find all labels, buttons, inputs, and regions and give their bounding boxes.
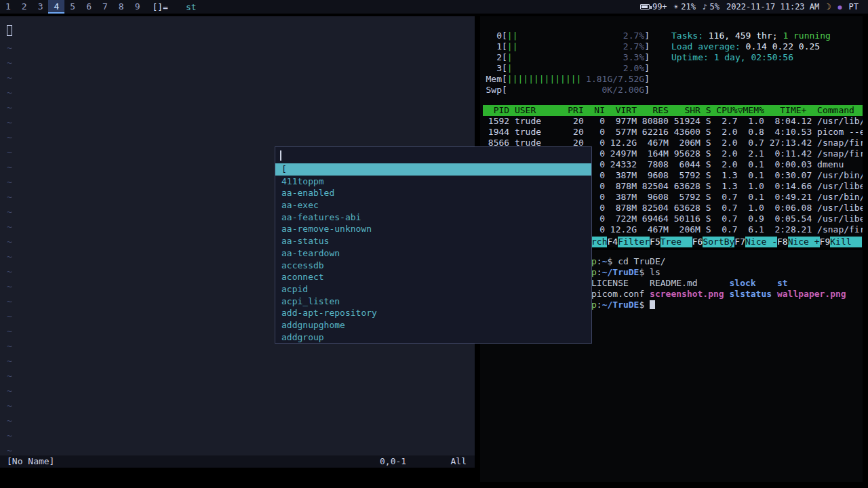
dmenu-item[interactable]: 411toppm <box>275 176 591 188</box>
fkey-f10-fragment[interactable]: F1 <box>862 237 863 247</box>
dmenu-item[interactable]: add-apt-repository <box>275 307 591 319</box>
file-readme: README.md <box>650 278 697 288</box>
dmenu-item[interactable]: aa-enabled <box>275 187 591 199</box>
prompt-separator: : <box>597 300 602 310</box>
dmenu-item[interactable]: aa-teardown <box>275 247 591 260</box>
keyboard-layout: PT <box>849 2 859 12</box>
process-table-header[interactable]: PID USER PRI NI VIRT RES SHR S CPU%▽MEM%… <box>483 105 863 116</box>
meter-label: 3 <box>484 63 502 74</box>
meter-bracket: [ <box>502 30 507 41</box>
vim-tilde-line: ~ <box>7 100 12 115</box>
meter-bracket: ] <box>644 85 650 96</box>
volume-status: ♪ 5% <box>703 2 719 12</box>
layout-indicator[interactable]: []= <box>152 2 167 12</box>
uptime-line: Uptime: 1 day, 02:50:56 <box>671 52 831 63</box>
meter-bracket: ] <box>644 63 650 74</box>
swap-meter: Swp[0K/2.00G] <box>484 85 650 96</box>
meter-value: 0K/2.00G <box>602 85 645 96</box>
fkey-f5[interactable]: F5 <box>650 237 660 247</box>
meter-label: 1 <box>484 41 502 52</box>
prompt-separator: : <box>597 267 602 277</box>
meter-bar: | <box>507 52 623 63</box>
fkey-f4[interactable]: F4 <box>607 237 618 247</box>
meter-value: 2.7% <box>623 41 644 52</box>
tag-6[interactable]: 6 <box>81 0 97 14</box>
vim-tilde-line: ~ <box>7 220 12 235</box>
process-row[interactable]: 1944 trude 20 0 577M 62216 43600 S 2.0 0… <box>483 127 863 138</box>
vim-tilde-line: ~ <box>7 354 12 369</box>
dmenu-item[interactable]: aa-exec <box>275 199 591 211</box>
dir-slstatus: slstatus <box>729 289 772 299</box>
dmenu-item[interactable]: addgroup <box>275 331 591 344</box>
tag-4-active[interactable]: 4 <box>48 0 64 14</box>
tag-3[interactable]: 3 <box>33 0 49 14</box>
tag-1[interactable]: 1 <box>0 0 16 14</box>
file-license: LICENSE <box>591 278 629 288</box>
process-row[interactable]: 1592 trude 20 0 977M 80880 51924 S 2.7 1… <box>483 116 863 127</box>
fkey-label-search-fragment[interactable]: rch <box>591 237 607 247</box>
meter-bar: || <box>507 41 623 52</box>
command-cd: cd TruDE/ <box>612 256 665 266</box>
tasks-line: Tasks: 116, 459 thr; 1 running <box>671 30 831 41</box>
fkey-f8[interactable]: F8 <box>777 237 788 247</box>
terminal-output: p:~$ cd TruDE/ p:~/TruDE$ ls LICENSEREAD… <box>591 256 846 310</box>
dmenu-item[interactable]: addgnupghome <box>275 319 591 331</box>
vim-tilde-line: ~ <box>7 85 12 100</box>
cpu-meter-2: 2[|3.3%] <box>484 52 650 63</box>
dmenu-item[interactable]: aa-remove-unknown <box>275 223 591 235</box>
vim-tilde-line: ~ <box>7 339 12 354</box>
meter-bar: || <box>507 30 623 41</box>
vim-tilde-line: ~ <box>7 384 12 399</box>
vim-tilde-line: ~ <box>7 145 12 160</box>
tag-7[interactable]: 7 <box>97 0 113 14</box>
tag-8[interactable]: 8 <box>113 0 130 14</box>
dmenu-item[interactable]: aa-features-abi <box>275 211 591 224</box>
load-line: Load average: 0.14 0.22 0.25 <box>671 41 831 52</box>
night-mode-icon: ☽ <box>826 2 831 12</box>
dmenu-item[interactable]: acpid <box>275 283 591 296</box>
vim-tilde-line: ~ <box>7 369 12 384</box>
dmenu-item[interactable]: acpi_listen <box>275 296 591 308</box>
meter-value: 3.3% <box>623 52 644 63</box>
tag-2[interactable]: 2 <box>16 0 33 14</box>
fkey-label-nice-minus[interactable]: Nice - <box>745 237 777 247</box>
brightness-level: 21% <box>681 2 696 12</box>
tag-9[interactable]: 9 <box>130 0 146 14</box>
dir-st: st <box>777 278 788 288</box>
vim-tilde-line: ~ <box>7 160 12 175</box>
meter-bar: |||||||||||||| <box>507 74 586 85</box>
fkey-f9[interactable]: F9 <box>820 237 831 247</box>
dmenu-item[interactable]: aa-status <box>275 235 591 247</box>
fkey-label-sortby[interactable]: SortBy <box>703 237 734 247</box>
cpu-meter-3: 3[|2.0%] <box>484 63 650 74</box>
vim-cursor <box>7 25 12 36</box>
dmenu-item-selected[interactable]: [ <box>275 163 591 176</box>
vim-tilde-line: ~ <box>7 279 12 294</box>
vim-tilde-line: ~ <box>7 190 12 205</box>
vim-tilde-line: ~ <box>7 264 12 279</box>
vim-tilde-line: ~ <box>7 399 12 413</box>
meter-bar <box>507 85 602 96</box>
uptime-value: 1 day, 02:50:56 <box>714 52 793 62</box>
vim-tilde-line: ~ <box>7 428 12 443</box>
meter-label: 2 <box>484 52 502 63</box>
load-value: 0.14 0.22 0.25 <box>746 41 821 52</box>
dmenu-item[interactable]: aconnect <box>275 271 591 283</box>
fkey-f6[interactable]: F6 <box>692 237 703 247</box>
fkey-label-kill[interactable]: Kill <box>830 237 862 247</box>
vim-tilde-line: ~ <box>7 249 12 264</box>
workspace-tags: 1 2 3 4 5 6 7 8 9 <box>0 0 145 14</box>
fkey-label-nice-plus[interactable]: Nice + <box>788 237 820 247</box>
volume-level: 5% <box>710 2 719 12</box>
vim-tilde-line: ~ <box>7 115 12 130</box>
dmenu-item[interactable]: accessdb <box>275 260 591 272</box>
vim-buffer-name: [No Name] <box>7 455 54 468</box>
vim-tilde-line: ~ <box>7 130 12 145</box>
dmenu-input[interactable] <box>275 147 591 163</box>
memory-meter: Mem[||||||||||||||1.81G/7.52G] <box>484 74 650 85</box>
fkey-label-tree[interactable]: Tree <box>660 237 692 247</box>
cpu-meter-0: 0[||2.7%] <box>484 30 650 41</box>
fkey-label-filter[interactable]: Filter <box>618 237 650 247</box>
fkey-f7[interactable]: F7 <box>734 237 745 247</box>
tag-5[interactable]: 5 <box>64 0 81 14</box>
